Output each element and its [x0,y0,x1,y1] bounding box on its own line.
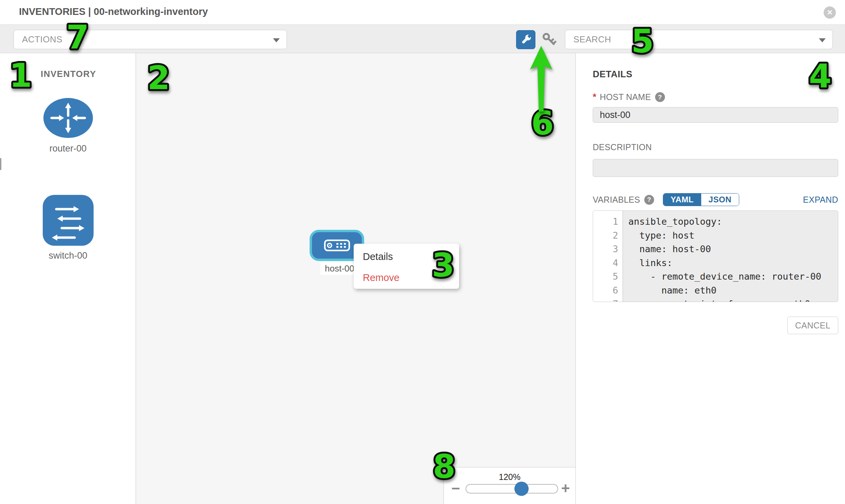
wrench-icon [519,33,533,47]
sidebar-item-switch-00[interactable]: switch-00 [0,195,136,261]
code-line: links: [628,256,838,270]
header: INVENTORIES | 00-networking-inventory ✕ [0,0,845,24]
code-line: name: host-00 [628,242,838,256]
line-number: 1 [593,215,622,229]
search-dropdown-label: SEARCH [574,34,611,45]
zoom-slider[interactable] [465,484,558,493]
sidebar-splitter-handle[interactable] [0,158,1,170]
chevron-down-icon [273,38,280,42]
variables-row: VARIABLES ? YAML JSON EXPAND [593,193,838,206]
toolbar-tools-button[interactable] [516,30,535,49]
actions-dropdown[interactable]: ACTIONS [14,30,287,49]
zoom-out-icon[interactable]: − [451,481,460,496]
line-number: 7 [593,297,622,302]
sidebar-title: INVENTORY [41,69,96,79]
node-context-menu: Details Remove [354,244,459,289]
zoom-level-value: 120% [444,472,576,482]
context-menu-item-remove[interactable]: Remove [354,269,459,286]
host-name-label: HOST NAME [600,92,651,102]
cancel-row: CANCEL [593,317,838,334]
line-number: 2 [593,229,622,243]
json-toggle-button[interactable]: JSON [701,194,739,206]
line-number: 4 [593,256,622,270]
host-name-input[interactable] [593,107,838,123]
line-number: 3 [593,242,622,256]
required-asterisk: * [593,92,596,102]
device-label: router-00 [50,143,87,154]
code-line: remote_interface_name: eth0 [628,297,838,302]
chevron-down-icon [819,38,826,42]
topology-canvas[interactable]: host-00 Details Remove 120% − + [136,53,576,504]
line-number: 5 [593,270,622,284]
inventory-sidebar: INVENTORY router-00 [0,53,136,504]
zoom-in-icon[interactable]: + [561,481,570,496]
editor-line-numbers: 1 2 3 4 5 6 7 [593,211,623,302]
switch-icon [43,195,93,246]
description-label-row: DESCRIPTION [593,142,838,152]
code-line: - remote_device_name: router-00 [628,270,838,284]
device-label: switch-00 [49,251,87,261]
credentials-key-button[interactable] [541,32,558,48]
variables-editor: 1 2 3 4 5 6 7 ansible_topology: type: ho… [593,211,838,302]
sidebar-item-router-00[interactable]: router-00 [0,97,136,154]
search-dropdown[interactable]: SEARCH [565,30,833,49]
context-menu-item-details[interactable]: Details [354,249,459,265]
cancel-button[interactable]: CANCEL [787,317,838,334]
line-number: 6 [593,284,622,298]
details-title: DETAILS [593,69,838,80]
editor-code-area[interactable]: ansible_topology: type: host name: host-… [623,211,838,302]
variables-format-toggle: YAML JSON [663,193,739,206]
close-icon[interactable]: ✕ [824,6,836,19]
description-input[interactable] [593,159,838,177]
description-label: DESCRIPTION [593,142,652,152]
zoom-slider-thumb[interactable] [514,482,529,496]
yaml-toggle-button[interactable]: YAML [663,194,701,206]
toolbar: ACTIONS SEARCH [0,24,845,53]
key-icon [541,32,557,48]
code-line: ansible_topology: [628,215,838,229]
zoom-control-panel: 120% − + [443,467,576,504]
help-icon[interactable]: ? [644,195,654,205]
code-line: type: host [628,229,838,243]
expand-link[interactable]: EXPAND [803,195,838,205]
inventory-topology-app: INVENTORIES | 00-networking-inventory ✕ … [0,0,845,504]
host-node-label: host-00 [320,262,359,275]
host-icon [324,239,350,252]
variables-label: VARIABLES [593,195,640,205]
host-name-label-row: * HOST NAME ? [593,92,838,102]
details-panel: DETAILS * HOST NAME ? DESCRIPTION VARIAB… [576,53,845,504]
router-icon [43,97,93,139]
actions-dropdown-label: ACTIONS [22,34,63,45]
code-line: name: eth0 [628,284,838,298]
help-icon[interactable]: ? [655,92,665,102]
page-title: INVENTORIES | 00-networking-inventory [19,6,208,17]
